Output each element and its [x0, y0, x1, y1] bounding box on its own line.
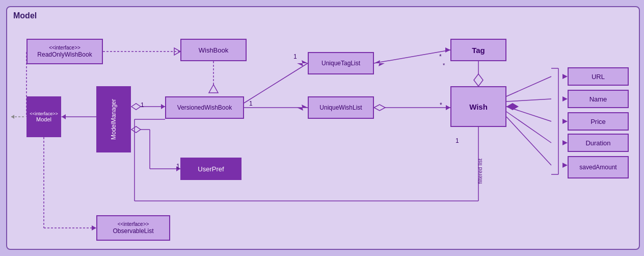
svg-marker-22: [297, 105, 308, 111]
mult-1-filtered: 1: [455, 137, 459, 144]
svg-marker-40: [562, 140, 568, 145]
mult-1-tag: 1: [293, 53, 297, 60]
wishbook-label: WishBook: [199, 46, 229, 54]
svg-marker-20: [297, 60, 308, 66]
svg-marker-24: [374, 60, 385, 66]
versioned-wishbook-box: VersionedWishBook: [165, 96, 244, 119]
duration-label: Duration: [585, 139, 610, 147]
svg-marker-30: [446, 105, 450, 110]
saved-amount-label: savedAmount: [579, 164, 616, 171]
svg-line-31: [506, 76, 551, 96]
mult-1-vwb: 1: [141, 101, 144, 109]
svg-marker-27: [474, 74, 483, 86]
wishbook-box: WishBook: [180, 39, 247, 61]
svg-marker-10: [62, 114, 66, 119]
mult-star-tag2: *: [443, 62, 445, 68]
svg-line-35: [506, 117, 551, 165]
svg-marker-37: [562, 74, 568, 79]
svg-marker-12: [131, 104, 141, 110]
mult-star-wish: *: [440, 101, 442, 109]
filtered-list-label: filtered list: [476, 146, 484, 197]
model-manager-box: ModelManager: [96, 86, 131, 152]
mult-1-up: 1: [176, 163, 180, 170]
price-box: Price: [568, 112, 629, 131]
svg-marker-17: [131, 126, 141, 133]
svg-marker-25: [445, 47, 450, 53]
name-box: Name: [568, 90, 629, 108]
userpref-label: UserPref: [198, 165, 224, 173]
userpref-box: UserPref: [180, 158, 242, 180]
unique-wish-list-label: UniqueWishList: [319, 104, 362, 111]
interface-model-box: <<interface>> Model: [26, 96, 61, 137]
versioned-wishbook-label: VersionedWishBook: [177, 104, 232, 111]
svg-marker-29: [374, 105, 385, 111]
interface-model-label: <<interface>> Model: [30, 111, 58, 122]
svg-marker-1: [11, 115, 14, 119]
url-label: URL: [592, 73, 605, 81]
svg-marker-36: [506, 103, 519, 110]
readonly-wishbook-label: <<interface>> ReadOnlyWishBook: [37, 44, 92, 59]
svg-marker-38: [562, 96, 568, 101]
observable-list-box: <<interface>> ObservableList: [96, 215, 170, 241]
svg-line-34: [506, 112, 551, 143]
tag-box: Tag: [450, 39, 506, 61]
wish-label: Wish: [469, 103, 488, 111]
unique-wish-list-box: UniqueWishList: [308, 96, 374, 119]
unique-tag-list-label: UniqueTagList: [321, 60, 360, 67]
diagram-container: Model: [6, 6, 640, 250]
readonly-wishbook-box: <<interface>> ReadOnlyWishBook: [26, 39, 103, 64]
wish-box: Wish: [450, 86, 506, 127]
svg-marker-13: [161, 104, 165, 109]
url-box: URL: [568, 67, 629, 86]
mult-star-tag: *: [439, 53, 442, 60]
svg-line-33: [506, 107, 551, 121]
model-manager-label: ModelManager: [110, 99, 117, 140]
observable-list-label: <<interface>> ObservableList: [113, 221, 153, 236]
svg-line-32: [506, 99, 551, 101]
svg-marker-6: [174, 48, 180, 55]
name-label: Name: [589, 95, 607, 103]
unique-tag-list-box: UniqueTagList: [308, 52, 374, 74]
svg-marker-41: [562, 163, 568, 168]
svg-line-19: [244, 63, 308, 103]
svg-marker-47: [92, 225, 96, 231]
mult-1-wish: 1: [249, 100, 253, 107]
price-label: Price: [591, 118, 606, 125]
svg-marker-8: [209, 85, 218, 93]
svg-marker-39: [562, 119, 568, 124]
tag-label: Tag: [472, 46, 485, 55]
duration-box: Duration: [568, 134, 629, 152]
saved-amount-box: savedAmount: [568, 156, 629, 178]
diagram-title: Model: [13, 11, 37, 20]
